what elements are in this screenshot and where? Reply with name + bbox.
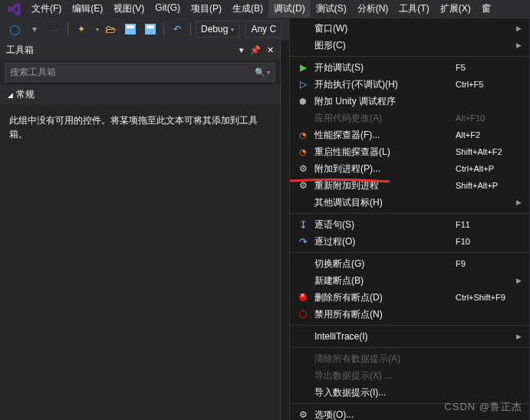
- menu-item[interactable]: Git(G): [150, 0, 186, 18]
- menu-item-label: 开始调试(S): [311, 61, 456, 74]
- menu-item[interactable]: 切换断点(G)F9: [290, 255, 529, 272]
- play-green-icon: ▶: [295, 62, 311, 73]
- new-item-icon[interactable]: ✦: [73, 21, 90, 38]
- menu-item-label: IntelliTrace(I): [311, 331, 516, 342]
- menu-item[interactable]: 禁用所有断点(N): [290, 306, 529, 323]
- dropdown-icon[interactable]: ▾: [239, 45, 244, 55]
- menu-item[interactable]: ⬢附加 Unity 调试程序: [290, 93, 529, 110]
- menu-item-label: 导出数据提示(X) ...: [311, 369, 525, 382]
- save-icon[interactable]: [122, 21, 139, 38]
- menu-item[interactable]: IntelliTrace(I)▶: [290, 328, 529, 345]
- submenu-arrow-icon: ▶: [516, 333, 522, 340]
- bp-disable-icon: [295, 310, 311, 318]
- menu-separator: [290, 213, 529, 214]
- separator: [190, 22, 191, 36]
- menu-item[interactable]: 窗: [476, 0, 496, 18]
- dropdown-arrow-icon[interactable]: ▾: [96, 26, 99, 33]
- menu-item-label: 导入数据提示(I)...: [311, 386, 525, 399]
- menu-item[interactable]: 生成(B): [227, 0, 268, 18]
- panel-title: 工具箱: [6, 44, 239, 57]
- step-over-icon: ↷: [295, 236, 311, 248]
- separator: [67, 22, 68, 36]
- menu-item[interactable]: 文件(F): [26, 0, 67, 18]
- menu-item[interactable]: ✕删除所有断点(D)Ctrl+Shift+F9: [290, 289, 529, 306]
- menu-item-label: 开始执行(不调试)(H): [311, 78, 456, 91]
- panel-header: 工具箱 ▾ 📌 ✕: [0, 41, 280, 60]
- menu-item[interactable]: 导入数据提示(I)...: [290, 384, 529, 401]
- menu-item: 应用代码更改(A)Alt+F10: [290, 110, 529, 126]
- menu-item[interactable]: ◔重启性能探查器(L)Shift+Alt+F2: [290, 143, 529, 160]
- empty-message: 此组中没有可用的控件。将某项拖至此文本可将其添加到工具箱。: [0, 104, 280, 150]
- bp-del-icon: ✕: [295, 294, 311, 301]
- submenu-arrow-icon: ▶: [516, 277, 522, 284]
- toolbox-panel: 工具箱 ▾ 📌 ✕ 搜索工具箱 🔍▾ ◢ 常规 此组中没有可用的控件。将某项拖至…: [0, 41, 281, 420]
- search-toolbox-input[interactable]: 搜索工具箱 🔍▾: [5, 63, 275, 82]
- save-all-icon[interactable]: [142, 21, 159, 38]
- menu-item[interactable]: 编辑(E): [67, 0, 108, 18]
- config-dropdown[interactable]: Debug▾: [196, 21, 239, 38]
- menu-item[interactable]: 视图(V): [108, 0, 150, 18]
- menu-item[interactable]: 测试(S): [311, 0, 352, 18]
- menu-item[interactable]: ↧逐语句(S)F11: [290, 216, 529, 233]
- menu-shortcut: Ctrl+Shift+F9: [456, 293, 525, 302]
- play-outline-icon: ▷: [295, 79, 311, 90]
- menu-item-label: 附加 Unity 调试程序: [311, 95, 525, 108]
- menu-item-label: 切换断点(G): [311, 258, 456, 271]
- perf-icon: ◔: [295, 147, 311, 157]
- menu-item: 清除所有数据提示(A): [290, 350, 529, 367]
- menu-shortcut: F11: [456, 220, 525, 229]
- menu-item-label: 窗口(W): [311, 22, 516, 35]
- menu-shortcut: Alt+F10: [456, 113, 525, 123]
- nav-back-arrow-icon[interactable]: ▾: [26, 21, 43, 38]
- menu-separator: [290, 325, 529, 326]
- menu-item[interactable]: 其他调试目标(H)▶: [290, 194, 529, 211]
- separator: [163, 22, 164, 36]
- vs-logo-icon: [6, 2, 23, 16]
- menu-shortcut: Ctrl+Alt+P: [456, 164, 525, 173]
- step-into-icon: ↧: [295, 219, 311, 231]
- undo-icon[interactable]: ↶: [169, 21, 186, 38]
- pin-icon[interactable]: 📌: [250, 45, 261, 55]
- menu-separator: [290, 347, 529, 348]
- menu-shortcut: F10: [456, 237, 525, 246]
- menu-item[interactable]: ◔性能探查器(F)...Alt+F2: [290, 126, 529, 143]
- menu-item[interactable]: 工具(T): [393, 0, 434, 18]
- submenu-arrow-icon: ▶: [516, 25, 522, 32]
- menu-item[interactable]: ▷开始执行(不调试)(H)Ctrl+F5: [290, 76, 529, 93]
- menu-item[interactable]: 项目(P): [186, 0, 227, 18]
- unity-icon: ⬢: [295, 97, 311, 107]
- menu-shortcut: F9: [456, 259, 525, 268]
- menu-item[interactable]: 新建断点(B)▶: [290, 272, 529, 289]
- menu-separator: [290, 252, 529, 253]
- debug-menu-dropdown: 窗口(W)▶图形(C)▶▶开始调试(S)F5▷开始执行(不调试)(H)Ctrl+…: [289, 18, 530, 420]
- chevron-down-icon: ◢: [8, 91, 13, 99]
- menu-item: 导出数据提示(X) ...: [290, 367, 529, 384]
- menu-shortcut: Shift+Alt+F2: [456, 147, 525, 156]
- menu-item-label: 性能探查器(F)...: [311, 129, 456, 142]
- gear-icon: ⚙: [295, 409, 311, 420]
- menu-shortcut: F5: [456, 63, 525, 72]
- tree-root-label: 常规: [16, 88, 35, 101]
- menu-item-label: 清除所有数据提示(A): [311, 353, 525, 366]
- nav-back-icon[interactable]: ◯: [6, 21, 23, 38]
- platform-dropdown[interactable]: Any C: [245, 21, 281, 38]
- menu-item[interactable]: 调试(D): [268, 0, 311, 18]
- menu-item-label: 禁用所有断点(N): [311, 308, 525, 321]
- perf-icon: ◔: [295, 130, 311, 140]
- menu-item[interactable]: 分析(N): [352, 0, 394, 18]
- close-icon[interactable]: ✕: [267, 45, 274, 55]
- menu-item[interactable]: 图形(C)▶: [290, 37, 529, 54]
- menu-item-label: 删除所有断点(D): [311, 291, 456, 304]
- menu-item-label: 其他调试目标(H): [311, 196, 516, 209]
- submenu-arrow-icon: ▶: [516, 199, 522, 206]
- menu-item-label: 新建断点(B): [311, 274, 516, 287]
- nav-forward-icon[interactable]: →: [46, 21, 63, 38]
- menu-item[interactable]: ↷逐过程(O)F10: [290, 233, 529, 250]
- highlight-underline: [290, 175, 390, 177]
- tree-root-item[interactable]: ◢ 常规: [0, 85, 280, 104]
- menu-item[interactable]: 窗口(W)▶: [290, 20, 529, 37]
- menu-item[interactable]: 扩展(X): [435, 0, 476, 18]
- menubar: 文件(F)编辑(E)视图(V)Git(G)项目(P)生成(B)调试(D)测试(S…: [0, 0, 530, 18]
- menu-item[interactable]: ▶开始调试(S)F5: [290, 59, 529, 76]
- open-folder-icon[interactable]: 🗁: [102, 21, 119, 38]
